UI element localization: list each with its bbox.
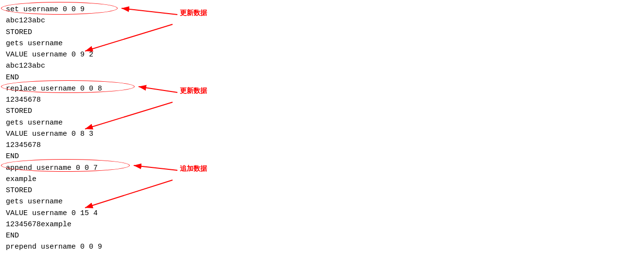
terminal-line-2: STORED [6, 27, 638, 38]
terminal-line-6: END [6, 72, 638, 83]
terminal-line-20: END [6, 230, 638, 241]
terminal-line-3: gets username [6, 38, 638, 49]
terminal-line-18: VALUE username 0 15 4 [6, 208, 638, 219]
terminal-line-19: 12345678example [6, 219, 638, 230]
terminal-line-17: gets username [6, 196, 638, 207]
terminal-line-9: STORED [6, 106, 638, 117]
terminal-line-10: gets username [6, 117, 638, 128]
terminal-output: set username 0 0 9abc123abcSTOREDgets us… [0, 0, 644, 254]
terminal-line-12: 12345678 [6, 140, 638, 151]
terminal-line-13: END [6, 151, 638, 162]
terminal-line-1: abc123abc [6, 15, 638, 26]
terminal-line-7: replace username 0 0 8 [6, 83, 638, 94]
terminal-line-21: prepend username 0 0 9 [6, 241, 638, 253]
terminal-line-0: set username 0 0 9 [6, 4, 638, 15]
terminal-line-5: abc123abc [6, 60, 638, 72]
terminal-line-8: 12345678 [6, 94, 638, 106]
terminal-line-14: append username 0 0 7 [6, 163, 638, 174]
terminal-line-16: STORED [6, 185, 638, 196]
terminal-line-4: VALUE username 0 9 2 [6, 49, 638, 60]
terminal-line-15: example [6, 174, 638, 185]
terminal-line-11: VALUE username 0 8 3 [6, 128, 638, 140]
